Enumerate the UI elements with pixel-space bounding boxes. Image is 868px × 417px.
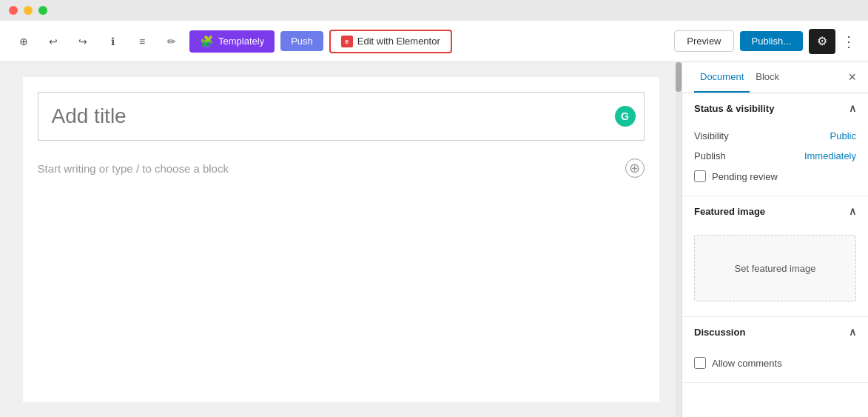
- gear-icon: ⚙: [817, 34, 827, 48]
- set-featured-image-button[interactable]: Set featured image: [694, 235, 856, 301]
- pen-icon: ✏: [167, 36, 176, 47]
- edit-with-elementor-button[interactable]: e Edit with Elementor: [329, 30, 452, 53]
- plus-circle-icon: ⊕: [629, 160, 640, 176]
- templately-label: Templately: [218, 36, 264, 47]
- close-window-button[interactable]: [9, 6, 18, 15]
- featured-image-header[interactable]: Featured image ∧: [682, 196, 868, 226]
- templately-icon: 🧩: [200, 35, 214, 48]
- toolbar-right: Preview Publish... ⚙ ⋮: [674, 29, 856, 54]
- discussion-title: Discussion: [694, 327, 745, 338]
- push-button[interactable]: Push: [280, 31, 323, 51]
- plus-icon: ⊕: [19, 36, 28, 47]
- chevron-up-icon: ∧: [849, 205, 856, 217]
- add-block-toolbar-button[interactable]: ⊕: [12, 30, 36, 53]
- discussion-section: Discussion ∧ Allow comments: [682, 317, 868, 383]
- top-toolbar: ⊕ ↩ ↪ ℹ ≡ ✏ 🧩 Templately Push e Edit wit…: [0, 21, 868, 62]
- settings-button[interactable]: ⚙: [809, 29, 835, 54]
- info-icon: ℹ: [111, 36, 115, 47]
- undo-button[interactable]: ↩: [41, 30, 65, 53]
- allow-comments-label: Allow comments: [712, 358, 782, 369]
- preview-label: Preview: [687, 36, 721, 47]
- status-visibility-body: Visibility Public Publish Immediately Pe…: [682, 123, 868, 196]
- templately-button[interactable]: 🧩 Templately: [189, 30, 275, 53]
- publish-value[interactable]: Immediately: [804, 150, 856, 161]
- publish-label: Publish: [694, 150, 726, 161]
- info-button[interactable]: ℹ: [101, 30, 124, 53]
- tab-document[interactable]: Document: [694, 62, 750, 93]
- scrollbar[interactable]: [676, 62, 682, 417]
- status-visibility-header[interactable]: Status & visibility ∧: [682, 93, 868, 123]
- pending-review-row: Pending review: [694, 166, 856, 187]
- pending-review-checkbox[interactable]: [694, 170, 706, 182]
- tab-block[interactable]: Block: [750, 62, 785, 93]
- sidebar: Document Block × Status & visibility ∧ V…: [682, 62, 868, 417]
- main-layout: G Start writing or type / to choose a bl…: [0, 62, 868, 417]
- redo-button[interactable]: ↪: [71, 30, 95, 53]
- sidebar-close-button[interactable]: ×: [848, 62, 856, 93]
- editor-area: G Start writing or type / to choose a bl…: [0, 62, 682, 417]
- chevron-up-icon: ∧: [849, 102, 856, 114]
- visibility-value[interactable]: Public: [830, 130, 856, 141]
- scrollbar-thumb: [676, 62, 682, 92]
- pending-review-label: Pending review: [712, 171, 778, 182]
- grammarly-icon: G: [615, 106, 636, 127]
- more-icon: ⋮: [841, 33, 856, 50]
- undo-icon: ↩: [49, 36, 58, 47]
- set-featured-image-label: Set featured image: [735, 263, 816, 274]
- sidebar-tabs: Document Block ×: [682, 62, 868, 93]
- elementor-icon: e: [341, 36, 353, 47]
- featured-image-body: Set featured image: [682, 226, 868, 316]
- title-input[interactable]: [38, 92, 645, 141]
- allow-comments-checkbox[interactable]: [694, 357, 706, 369]
- visibility-label: Visibility: [694, 130, 729, 141]
- more-options-button[interactable]: ⋮: [841, 33, 856, 50]
- discussion-body: Allow comments: [682, 347, 868, 382]
- editor-content: G Start writing or type / to choose a bl…: [23, 77, 659, 402]
- close-icon: ×: [848, 70, 856, 85]
- add-block-inline-button[interactable]: ⊕: [625, 159, 645, 178]
- minimize-window-button[interactable]: [24, 6, 33, 15]
- featured-image-section: Featured image ∧ Set featured image: [682, 196, 868, 317]
- publish-row: Publish Immediately: [694, 146, 856, 166]
- featured-image-title: Featured image: [694, 206, 765, 217]
- allow-comments-row: Allow comments: [694, 353, 856, 373]
- visibility-row: Visibility Public: [694, 126, 856, 146]
- elementor-label: Edit with Elementor: [357, 36, 440, 47]
- maximize-window-button[interactable]: [38, 6, 47, 15]
- list-icon: ≡: [139, 36, 145, 47]
- chevron-up-icon: ∧: [849, 326, 856, 338]
- status-visibility-section: Status & visibility ∧ Visibility Public …: [682, 93, 868, 196]
- editor-body[interactable]: Start writing or type / to choose a bloc…: [38, 159, 645, 178]
- toolbar-left: ⊕ ↩ ↪ ℹ ≡ ✏ 🧩 Templately Push e Edit wit…: [12, 30, 668, 53]
- edit-button[interactable]: ✏: [160, 30, 184, 53]
- title-area: G: [38, 92, 645, 141]
- preview-button[interactable]: Preview: [674, 30, 733, 52]
- list-view-button[interactable]: ≡: [130, 30, 154, 53]
- status-visibility-title: Status & visibility: [694, 103, 774, 114]
- publish-button[interactable]: Publish...: [740, 31, 803, 51]
- publish-label: Publish...: [752, 36, 791, 47]
- redo-icon: ↪: [78, 36, 87, 47]
- editor-placeholder: Start writing or type / to choose a bloc…: [38, 162, 229, 175]
- discussion-header[interactable]: Discussion ∧: [682, 317, 868, 347]
- push-label: Push: [291, 36, 313, 47]
- title-bar: [0, 0, 868, 21]
